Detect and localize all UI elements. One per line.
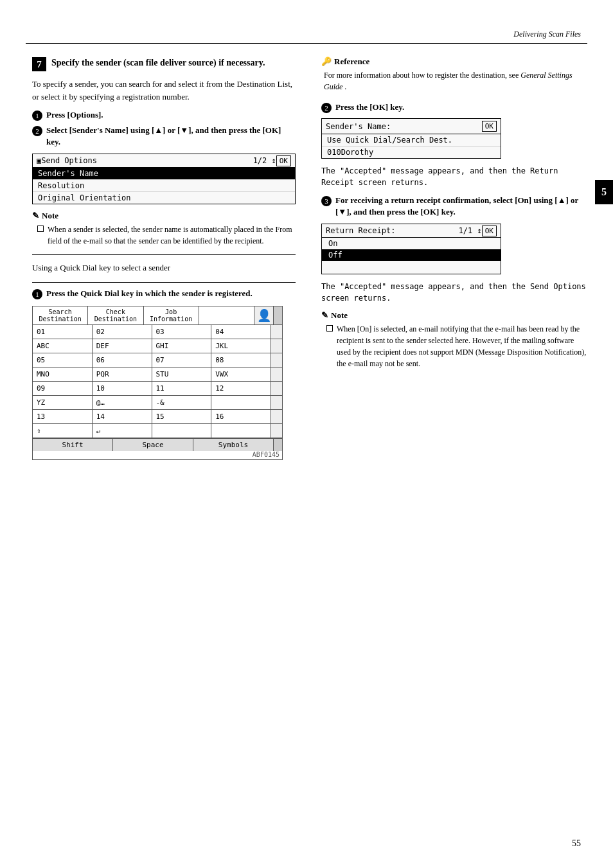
kb-side-yz	[271, 396, 282, 410]
col-left: 7 Specify the sender (scan file deliver …	[0, 44, 308, 479]
page-num: 55	[572, 838, 581, 849]
kb-yz: YZ	[33, 396, 93, 410]
chapter-num: 5	[595, 180, 613, 204]
screen-page: 1/2 ↕OK	[253, 156, 291, 165]
kb-row-yz: YZ @… -&	[33, 396, 282, 410]
kb-row-mno: MNO PQR STU VWX	[33, 368, 282, 382]
right-note-section: ✎ Note When [On] is selected, an e-mail …	[321, 310, 587, 369]
return-ok-btn: OK	[482, 226, 497, 236]
kb-scroll-bottom	[273, 439, 282, 451]
section-divider-top	[32, 254, 296, 255]
kb-job-info: JobInformation	[144, 306, 199, 324]
quick-dial-step1-text: Press the Quick Dial key in which the se…	[46, 288, 253, 299]
quick-dial-step1-num: 1	[32, 289, 42, 299]
kb-11: 11	[152, 382, 212, 396]
right-note-item: When [On] is selected, an e-mail notifyi…	[326, 323, 587, 369]
return-screen-header: Return Receipt: 1/1 ↕OK	[322, 224, 501, 238]
kb-bottom: Shift Space Symbols	[33, 438, 282, 451]
kb-14: 14	[93, 410, 152, 424]
kb-mno: MNO	[33, 368, 93, 382]
kb-side-1	[271, 325, 282, 339]
section7-heading: 7 Specify the sender (scan file deliver …	[32, 57, 296, 71]
reference-box: 🔑 Reference For more information about h…	[321, 57, 587, 93]
return-row-empty	[322, 261, 501, 274]
section7-body: To specify a sender, you can search for …	[32, 78, 296, 103]
quick-dial-step1: 1 Press the Quick Dial key in which the …	[32, 288, 296, 299]
right-note-square-icon	[326, 325, 333, 332]
note-label: Note	[42, 211, 58, 221]
screen-row-orientation: Original Orientation	[33, 192, 295, 204]
screen-row-resolution: Resolution	[33, 180, 295, 192]
kb-shift-icon: ⇧	[33, 424, 93, 438]
senders-ok-btn: OK	[482, 121, 497, 132]
screen-header: ▣Send Options 1/2 ↕OK	[33, 154, 295, 168]
note-text: When a sender is selected, the sender na…	[48, 224, 296, 247]
senders-screen-title: Sender's Name:	[326, 122, 391, 131]
reference-icon: 🔑	[321, 57, 332, 67]
kb-bottom-symbols: Symbols	[193, 439, 273, 451]
kb-side-4	[271, 410, 282, 424]
note-title: ✎ Note	[32, 211, 296, 221]
kb-pqr: PQR	[93, 368, 152, 382]
kb-search-dest: SearchDestination	[33, 306, 88, 324]
step1: 1 Press [Options].	[32, 109, 296, 121]
step3-body-text: The "Accepted" message appears, and then…	[321, 281, 587, 304]
kb-ghi: GHI	[152, 339, 212, 353]
kb-check-dest: CheckDestination	[88, 306, 143, 324]
kb-row-4: 13 14 15 16	[33, 410, 282, 424]
kb-row-2: 05 06 07 08	[33, 353, 282, 368]
kb-row-1: 01 02 03 04	[33, 325, 282, 339]
kb-16: 16	[211, 410, 271, 424]
kb-empty-top	[199, 306, 254, 324]
right-note-title: ✎ Note	[321, 310, 587, 321]
kb-vwx: VWX	[211, 368, 271, 382]
kb-bottom-shift: Shift	[33, 439, 113, 451]
reference-label: Reference	[334, 57, 369, 67]
kb-08: 08	[211, 353, 271, 368]
step1-num: 1	[32, 111, 42, 121]
accepted-code2: Accepted	[344, 282, 382, 291]
kb-09: 09	[33, 382, 93, 396]
header-title: Delivering Scan Files	[0, 26, 613, 43]
reference-title: 🔑 Reference	[321, 57, 587, 67]
kb-side-mno	[271, 368, 282, 382]
kb-enter-icon: ↵	[93, 424, 152, 438]
kb-13: 13	[33, 410, 93, 424]
step2-body-text: The "Accepted" message appears, and then…	[321, 165, 587, 188]
keyboard-display: SearchDestination CheckDestination JobIn…	[32, 306, 283, 460]
step2: 2 Select [Sender's Name] using [▲] or [▼…	[32, 125, 296, 148]
kb-01: 01	[33, 325, 93, 339]
kb-top-cells: SearchDestination CheckDestination JobIn…	[33, 306, 254, 324]
note-section: ✎ Note When a sender is selected, the se…	[32, 211, 296, 247]
return-receipt-screen: Return Receipt: 1/1 ↕OK On Off	[321, 224, 501, 274]
right-step3-text: For receiving a return receipt confirmat…	[335, 195, 587, 218]
kb-at: @…	[93, 396, 152, 410]
senders-name-screen: Sender's Name: OK Use Quick Dial/Search …	[321, 118, 501, 159]
step1-text: Press [Options].	[46, 109, 103, 121]
kb-07: 07	[152, 353, 212, 368]
reference-text: For more information about how to regist…	[324, 69, 587, 93]
kb-empty-yz	[211, 396, 271, 410]
kb-03: 03	[152, 325, 212, 339]
page: Delivering Scan Files 7 Specify the send…	[0, 0, 613, 868]
screen-ok: OK	[276, 155, 291, 166]
kb-dash: -&	[152, 396, 212, 410]
kb-15: 15	[152, 410, 212, 424]
kb-row-abc: ABC DEF GHI JKL	[33, 339, 282, 353]
section7-num: 7	[32, 57, 46, 71]
quick-dial-title-section: Using a Quick Dial key to select a sende…	[32, 263, 296, 283]
screen-row-senders-name: Sender's Name	[33, 168, 295, 180]
kb-side-3	[271, 382, 282, 396]
kb-empty-shift2	[211, 424, 271, 438]
senders-screen-header: Sender's Name: OK	[322, 119, 501, 134]
kb-row-3: 09 10 11 12	[33, 382, 282, 396]
kb-05: 05	[33, 353, 93, 368]
col-right: 🔑 Reference For more information about h…	[308, 44, 613, 479]
quick-dial-title: Using a Quick Dial key to select a sende…	[32, 263, 296, 273]
kb-04: 04	[211, 325, 271, 339]
right-step2: 2 Press the [OK] key.	[321, 102, 587, 113]
note-square-icon	[37, 226, 44, 232]
note-item: When a sender is selected, the sender na…	[37, 224, 296, 247]
send-options-screen: ▣Send Options 1/2 ↕OK Sender's Name Reso…	[32, 154, 296, 204]
kb-10: 10	[93, 382, 152, 396]
